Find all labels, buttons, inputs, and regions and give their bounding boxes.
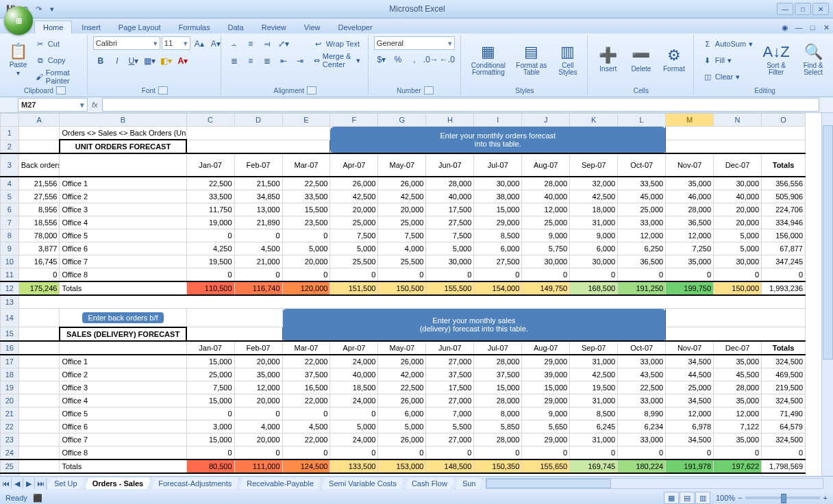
cell[interactable]: 28,000: [474, 433, 522, 446]
cell[interactable]: Office 5: [60, 229, 186, 242]
cell[interactable]: 324,500: [762, 394, 806, 407]
cell[interactable]: 13,000: [234, 203, 282, 216]
row-header[interactable]: 8: [1, 229, 19, 242]
cell[interactable]: 35,000: [666, 177, 714, 190]
cell[interactable]: 197,622: [714, 459, 762, 473]
sheet-tab[interactable]: Set Up: [47, 478, 85, 489]
tab-review[interactable]: Review: [253, 21, 295, 34]
font-size-combo[interactable]: 11▾: [162, 36, 190, 50]
cell[interactable]: Oct-07: [618, 341, 666, 355]
row-header[interactable]: 12: [1, 281, 19, 295]
cell[interactable]: Nov-07: [666, 341, 714, 355]
row-header[interactable]: 15: [1, 327, 19, 341]
cell[interactable]: 334,946: [762, 216, 806, 229]
accounting-button[interactable]: $▾: [374, 52, 389, 67]
row-header[interactable]: 9: [1, 242, 19, 255]
cell[interactable]: 42,500: [570, 368, 618, 381]
cell[interactable]: 15,000: [186, 355, 234, 368]
cell[interactable]: 219,500: [762, 381, 806, 394]
cell[interactable]: 21,556: [18, 177, 60, 190]
cell[interactable]: Back orders: [18, 153, 60, 177]
cell[interactable]: 150,000: [714, 281, 762, 295]
cell[interactable]: 0: [618, 268, 666, 282]
column-headers[interactable]: A B C D E F G H I J K L M N O: [1, 114, 806, 127]
cell[interactable]: 23,500: [282, 216, 330, 229]
row-header[interactable]: 1: [1, 127, 19, 140]
cell[interactable]: 19,500: [186, 255, 234, 268]
dialog-launcher-icon[interactable]: [424, 86, 434, 94]
row-header[interactable]: 6: [1, 203, 19, 216]
cell[interactable]: 199,750: [666, 281, 714, 295]
cell[interactable]: 180,224: [618, 459, 666, 473]
tab-page-layout[interactable]: Page Layout: [110, 21, 169, 34]
cell[interactable]: 155,650: [522, 459, 570, 473]
section-title[interactable]: SALES (DELIVERY) FORECAST: [60, 327, 186, 341]
cell[interactable]: 11,750: [186, 203, 234, 216]
cell[interactable]: 5,000: [426, 242, 474, 255]
cell[interactable]: 0: [666, 268, 714, 282]
cell[interactable]: 0: [426, 268, 474, 282]
office-button[interactable]: ⊞: [4, 6, 33, 35]
cell[interactable]: 42,500: [378, 190, 426, 203]
cell[interactable]: 0: [234, 229, 282, 242]
cell[interactable]: 28,000: [474, 394, 522, 407]
cell[interactable]: 27,500: [426, 216, 474, 229]
cell[interactable]: 45,000: [618, 190, 666, 203]
cell[interactable]: Oct-07: [618, 153, 666, 177]
cell[interactable]: 5,500: [426, 420, 474, 433]
row-header[interactable]: 23: [1, 433, 19, 446]
cell[interactable]: 6,245: [570, 420, 618, 433]
align-right-button[interactable]: ≣: [260, 53, 275, 68]
cell[interactable]: 15,000: [522, 381, 570, 394]
cell[interactable]: 35,000: [666, 255, 714, 268]
cell[interactable]: 4,500: [234, 242, 282, 255]
cell[interactable]: 27,556: [18, 190, 60, 203]
col-header[interactable]: F: [330, 114, 378, 127]
cell[interactable]: 224,706: [762, 203, 806, 216]
cell[interactable]: 35,000: [714, 355, 762, 368]
cell[interactable]: 27,500: [474, 255, 522, 268]
cell[interactable]: 12,000: [666, 229, 714, 242]
cell[interactable]: 35,000: [234, 368, 282, 381]
cell[interactable]: Totals: [60, 459, 186, 473]
cell[interactable]: 30,000: [522, 255, 570, 268]
vertical-scrollbar[interactable]: [821, 113, 833, 476]
cell[interactable]: 150,500: [378, 281, 426, 295]
tab-view[interactable]: View: [296, 21, 329, 34]
italic-button[interactable]: I: [110, 53, 125, 68]
cell[interactable]: 22,500: [186, 177, 234, 190]
cell[interactable]: 34,500: [666, 394, 714, 407]
cell[interactable]: 111,000: [234, 459, 282, 473]
col-header[interactable]: O: [762, 114, 806, 127]
cell[interactable]: 22,500: [378, 381, 426, 394]
clear-button[interactable]: ◫Clear ▾: [699, 69, 756, 84]
cell[interactable]: 43,500: [618, 368, 666, 381]
cell[interactable]: 0: [378, 268, 426, 282]
col-header[interactable]: D: [234, 114, 282, 127]
cell[interactable]: 347,245: [762, 255, 806, 268]
cell[interactable]: 46,000: [666, 190, 714, 203]
cell[interactable]: Sep-07: [570, 153, 618, 177]
cell[interactable]: 20,000: [282, 255, 330, 268]
cell[interactable]: 15,000: [186, 433, 234, 446]
cell[interactable]: 26,000: [378, 177, 426, 190]
cell[interactable]: 6,234: [618, 420, 666, 433]
cell[interactable]: 0: [282, 407, 330, 420]
cell[interactable]: Jan-07: [186, 153, 234, 177]
col-header[interactable]: H: [426, 114, 474, 127]
cell[interactable]: 26,000: [330, 177, 378, 190]
cell[interactable]: 0: [570, 268, 618, 282]
zoom-slider[interactable]: [745, 496, 821, 499]
zoom-level[interactable]: 100%: [716, 494, 735, 502]
cell[interactable]: 0: [330, 446, 378, 459]
cell[interactable]: 37,500: [426, 368, 474, 381]
cell[interactable]: 133,500: [330, 459, 378, 473]
cell[interactable]: 25,500: [378, 255, 426, 268]
mdi-close-icon[interactable]: ✕: [820, 21, 832, 34]
indent-dec-button[interactable]: ⇤: [276, 53, 291, 68]
cell[interactable]: 5,750: [522, 242, 570, 255]
mdi-minimize-icon[interactable]: —: [793, 21, 805, 34]
cell[interactable]: Office 7: [60, 255, 186, 268]
align-top-button[interactable]: ⫠: [227, 36, 242, 51]
cell[interactable]: 12,000: [234, 381, 282, 394]
